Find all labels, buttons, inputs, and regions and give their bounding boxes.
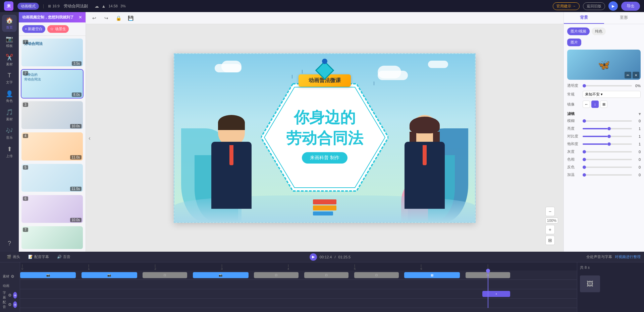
media-block-8[interactable]: ▦ bbox=[404, 272, 460, 278]
mirror-horizontal-button[interactable]: ↔ bbox=[583, 101, 590, 108]
slide-duration-1: 3.5s bbox=[72, 61, 82, 66]
tool-text[interactable]: T 文字 bbox=[2, 70, 17, 87]
tool-text-label: 文字 bbox=[6, 80, 13, 85]
media-block-7[interactable]: □ bbox=[354, 272, 399, 278]
add-subtitle-button[interactable]: + bbox=[13, 292, 17, 299]
text-icon: T bbox=[8, 72, 11, 79]
invert-label: 反色 bbox=[567, 165, 581, 170]
export-button[interactable]: 导出 bbox=[621, 2, 640, 11]
preview-delete-icon[interactable]: ✕ bbox=[633, 72, 639, 78]
old-version-button[interactable]: 返回旧版 bbox=[583, 2, 605, 10]
filter-contrast: 对比度 1 bbox=[567, 134, 641, 139]
slide-item-4[interactable]: 4 11.0s ▶ 手势下移 bbox=[21, 132, 83, 160]
zoom-fit-button[interactable]: ⊞ bbox=[545, 236, 555, 245]
saturation-slider[interactable] bbox=[583, 143, 632, 145]
track-audio bbox=[20, 299, 577, 308]
total-time: / bbox=[334, 255, 335, 259]
invert-slider[interactable] bbox=[583, 167, 632, 168]
prop-row-opacity: 透明度 0% bbox=[567, 83, 641, 88]
mirror-vertical-button[interactable]: ↕ bbox=[591, 101, 599, 108]
total-duration: 01:25.5 bbox=[338, 255, 351, 259]
top-right-controls: 官用建示 → 返回旧版 ▶ 导出 bbox=[553, 1, 640, 11]
slide-thumb-3: 3 10.0s bbox=[21, 101, 83, 129]
assets-icon: ✂️ bbox=[6, 54, 13, 61]
slide-item-6[interactable]: 6 10.0s ▶ 帘子下移 bbox=[21, 195, 83, 223]
blur-slider[interactable] bbox=[583, 120, 632, 122]
subtitle-icon: 📝 bbox=[28, 255, 33, 259]
tab-background[interactable]: 背景 bbox=[564, 12, 604, 24]
tool-home[interactable]: 🏠 首页 bbox=[2, 15, 17, 32]
tool-assets[interactable]: ✂️ 素材 bbox=[2, 52, 17, 69]
gray-label: 灰度 bbox=[567, 149, 581, 154]
section-tab-color[interactable]: 纯色 bbox=[592, 27, 606, 35]
zoom-in-button[interactable]: + bbox=[545, 225, 555, 234]
lock-button[interactable]: 🔒 bbox=[114, 14, 123, 22]
warm-slider[interactable] bbox=[583, 174, 632, 176]
upload-icon: ⬆ bbox=[7, 145, 12, 153]
section-tab-image[interactable]: 图片/视频 bbox=[567, 27, 590, 35]
canvas-left-arrow[interactable]: ‹ bbox=[89, 134, 91, 141]
gray-slider[interactable] bbox=[583, 151, 632, 152]
redo-button[interactable]: ↪ bbox=[102, 14, 111, 22]
ratio-icon: ⊞ bbox=[48, 4, 51, 8]
slide-item-3[interactable]: 3 10.0s ▶ 电影打板 bbox=[21, 101, 83, 129]
slide-item-7[interactable]: 7 bbox=[21, 226, 83, 249]
media-block-2[interactable]: 📷 bbox=[82, 272, 137, 278]
canvas-area: ↩ ↪ 🔒 💾 ‹ 𝄁 𝄁 𝄁 bbox=[86, 12, 564, 252]
cloud-icon[interactable]: ☁ bbox=[95, 4, 99, 9]
image-sub-tab[interactable]: 图片 bbox=[567, 39, 581, 46]
hue-slider[interactable] bbox=[583, 159, 632, 160]
timeline-play-button[interactable]: ▶ bbox=[310, 253, 317, 261]
mode-button[interactable]: 动画模式 bbox=[17, 3, 39, 10]
right-section-tabs: 图片/视频 纯色 bbox=[567, 27, 641, 35]
slide-list: 1 劳动合同法 3.5s ▶ 对角处理 2 你身边的劳动合同法 8.0s ▶ 电… bbox=[19, 36, 86, 252]
timeline-cursor[interactable] bbox=[488, 270, 488, 308]
timeline-tab-head[interactable]: 🎬 画头 bbox=[3, 253, 23, 261]
timeline-tab-subtitle[interactable]: 📝 配音字幕 bbox=[25, 253, 52, 261]
slide-item-5[interactable]: 5 11.5s ▶ 帘子下移 bbox=[21, 164, 83, 192]
canvas-toolbar: ↩ ↪ 🔒 💾 bbox=[86, 12, 564, 24]
canvas-slide[interactable]: 𝄁 𝄁 𝄁 bbox=[174, 53, 476, 223]
tab-shape[interactable]: 至形 bbox=[604, 12, 644, 24]
filters-toggle[interactable]: ▾ bbox=[639, 112, 641, 116]
tool-character[interactable]: 👤 角色 bbox=[2, 88, 17, 105]
main-text-2: 劳动合同法 bbox=[286, 128, 363, 149]
media-block-3[interactable]: □ bbox=[143, 272, 187, 278]
zoom-out-button[interactable]: − bbox=[545, 207, 555, 216]
timeline-tabs: 🎬 画头 📝 配音字幕 🔊 百音 ▶ 00:12.4 / 01:25.5 全处声… bbox=[0, 252, 644, 262]
tool-template[interactable]: 📷 模板 bbox=[2, 33, 17, 50]
slide-panel-close-button[interactable]: ✕ bbox=[78, 15, 82, 20]
fill-dropdown[interactable]: 来知不安 ▾ bbox=[583, 91, 641, 98]
media-block-5[interactable]: □ bbox=[254, 272, 299, 278]
slide-item-1[interactable]: 1 劳动合同法 3.5s ▶ 对角处理 bbox=[21, 39, 83, 66]
undo-button[interactable]: ↩ bbox=[90, 14, 99, 22]
sound-label: 全处声音与字幕 bbox=[586, 254, 612, 259]
new-slide-button[interactable]: + 新建空白 bbox=[22, 25, 45, 33]
save-button[interactable]: 💾 bbox=[126, 14, 135, 22]
preview-play-button[interactable]: ▶ bbox=[608, 1, 618, 11]
tool-music[interactable]: 🎶 音乐 bbox=[2, 125, 17, 142]
slide-item-2[interactable]: 2 你身边的劳动合同法 8.0s ▶ 电影打板 bbox=[21, 70, 83, 98]
edit-label[interactable]: 对视频进行整理 bbox=[615, 254, 641, 259]
mirror-grid-button[interactable]: ⊞ bbox=[600, 101, 607, 108]
contrast-slider[interactable] bbox=[583, 136, 632, 137]
tool-help[interactable]: ? bbox=[2, 238, 17, 249]
media-block-4[interactable]: 📷 bbox=[193, 272, 249, 278]
media-block-1[interactable]: 📷 bbox=[20, 272, 76, 278]
add-voice-button[interactable]: + bbox=[13, 301, 17, 308]
filters-section-title: 滤镜 ▾ bbox=[567, 111, 641, 116]
filter-saturation: 饱和度 1 bbox=[567, 141, 641, 146]
upload-icon[interactable]: ▲ bbox=[102, 4, 106, 9]
mirror-icons: ↔ ↕ ⊞ bbox=[583, 101, 607, 108]
opacity-slider[interactable] bbox=[583, 85, 632, 86]
subtitle-block-1[interactable]: ▪ bbox=[482, 291, 510, 297]
preview-edit-icon[interactable]: ✏ bbox=[625, 72, 631, 78]
brightness-slider[interactable] bbox=[583, 128, 632, 129]
media-block-6[interactable]: □ bbox=[304, 272, 349, 278]
scene-button[interactable]: ☆ 场景生 bbox=[47, 25, 68, 33]
tool-upload[interactable]: ⬆ 上传 bbox=[2, 143, 17, 161]
tool-media[interactable]: 🎵 素材 bbox=[2, 107, 17, 124]
slide-number-2: 2 bbox=[23, 71, 28, 75]
recommend-button[interactable]: 官用建示 → bbox=[553, 2, 580, 10]
timeline-tab-audio[interactable]: 🔊 百音 bbox=[54, 253, 74, 261]
